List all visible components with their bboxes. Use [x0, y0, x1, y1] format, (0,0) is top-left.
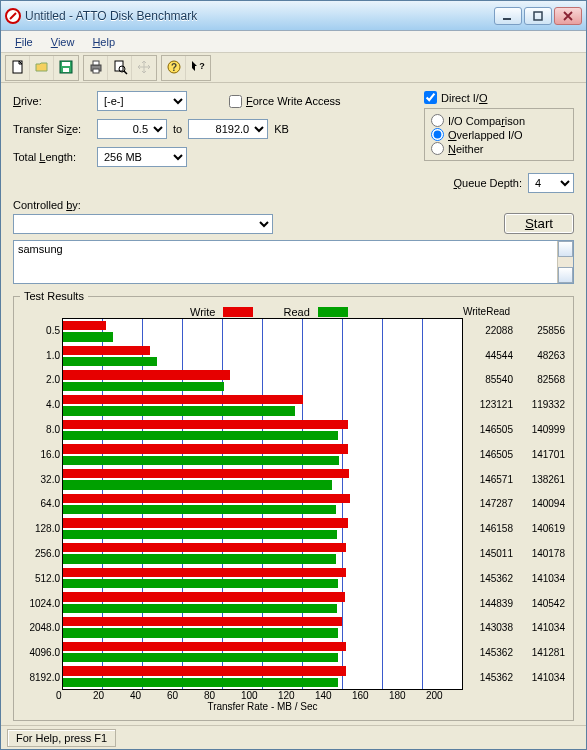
y-axis-labels: 0.51.02.04.08.016.032.064.0128.0256.0512…	[20, 318, 62, 690]
chart-plot	[62, 318, 463, 690]
toolbar: ? ?	[1, 53, 586, 83]
titlebar[interactable]: Untitled - ATTO Disk Benchmark	[1, 1, 586, 31]
radio-neither[interactable]: Neither	[431, 142, 567, 155]
value-row: 2208825856	[463, 318, 567, 343]
write-bar	[63, 444, 348, 453]
read-bar	[63, 456, 339, 465]
window-title: Untitled - ATTO Disk Benchmark	[25, 9, 494, 23]
write-bar	[63, 666, 346, 675]
value-row: 145362141034	[463, 566, 567, 591]
total-length-label: Total Length:	[13, 151, 91, 163]
minimize-button[interactable]	[494, 7, 522, 25]
value-row: 144839140542	[463, 591, 567, 616]
drive-select[interactable]: [-e-]	[97, 91, 187, 111]
value-row: 146505140999	[463, 417, 567, 442]
read-bar	[63, 554, 336, 563]
notes-field[interactable]: samsung	[13, 240, 574, 284]
force-write-checkbox[interactable]: Force Write Access	[229, 95, 341, 108]
drive-label: Drive:	[13, 95, 91, 107]
app-window: Untitled - ATTO Disk Benchmark File View…	[0, 0, 587, 750]
svg-rect-5	[62, 62, 70, 66]
value-row: 146505141701	[463, 442, 567, 467]
direct-io-checkbox[interactable]: Direct I/O	[424, 91, 574, 104]
value-row: 8554082568	[463, 368, 567, 393]
test-results-group: Test Results Write Read Write Read 0.51.…	[13, 290, 574, 721]
value-row: 123121119332	[463, 392, 567, 417]
print-icon	[88, 59, 104, 77]
total-length-select[interactable]: 256 MB	[97, 147, 187, 167]
context-help-button[interactable]: ?	[186, 56, 210, 80]
new-button[interactable]	[6, 56, 30, 80]
start-button[interactable]: Start	[504, 213, 574, 234]
write-bar	[63, 346, 150, 355]
queue-depth-select[interactable]: 4	[528, 173, 574, 193]
write-bar	[63, 568, 346, 577]
scroll-up-icon[interactable]	[558, 241, 573, 257]
menu-file[interactable]: File	[7, 34, 41, 50]
read-bar	[63, 406, 295, 415]
move-button	[132, 56, 156, 80]
preview-button[interactable]	[108, 56, 132, 80]
save-button[interactable]	[54, 56, 78, 80]
status-bar: For Help, press F1	[1, 725, 586, 749]
value-row: 145362141034	[463, 665, 567, 690]
read-swatch-icon	[318, 307, 348, 317]
svg-rect-9	[93, 69, 99, 73]
write-bar	[63, 494, 350, 503]
value-row: 147287140094	[463, 492, 567, 517]
read-bar	[63, 431, 338, 440]
controlled-by-select[interactable]	[13, 214, 273, 234]
context-help-icon: ?	[190, 59, 206, 77]
help-button[interactable]: ?	[162, 56, 186, 80]
write-bar	[63, 642, 346, 651]
read-bar	[63, 480, 332, 489]
read-bar	[63, 530, 337, 539]
app-icon	[5, 8, 21, 24]
status-text: For Help, press F1	[7, 729, 116, 747]
to-label: to	[173, 123, 182, 135]
read-bar	[63, 579, 338, 588]
menu-help[interactable]: Help	[84, 34, 123, 50]
mode-group: I/O Comparison Overlapped I/O Neither	[424, 108, 574, 161]
write-swatch-icon	[223, 307, 253, 317]
value-row: 4454448263	[463, 343, 567, 368]
preview-icon	[112, 59, 128, 77]
save-icon	[58, 59, 74, 77]
close-button[interactable]	[554, 7, 582, 25]
maximize-button[interactable]	[524, 7, 552, 25]
read-bar	[63, 505, 336, 514]
svg-rect-8	[93, 61, 99, 65]
print-button[interactable]	[84, 56, 108, 80]
legend-write-label: Write	[190, 306, 215, 318]
write-bar	[63, 469, 349, 478]
notes-text: samsung	[14, 241, 573, 257]
x-axis: 020406080100120140160180200 Transfer Rat…	[62, 690, 463, 718]
size-to-select[interactable]: 8192.0	[188, 119, 268, 139]
write-bar	[63, 543, 346, 552]
scrollbar[interactable]	[557, 241, 573, 283]
read-bar	[63, 678, 338, 687]
radio-io-comparison[interactable]: I/O Comparison	[431, 114, 567, 127]
value-row: 146571138261	[463, 467, 567, 492]
value-row: 145011140178	[463, 541, 567, 566]
write-bar	[63, 518, 348, 527]
new-icon	[10, 59, 26, 77]
write-bar	[63, 592, 345, 601]
scroll-down-icon[interactable]	[558, 267, 573, 283]
move-icon	[136, 59, 152, 77]
menu-bar: File View Help	[1, 31, 586, 53]
svg-rect-1	[503, 18, 511, 20]
size-from-select[interactable]: 0.5	[97, 119, 167, 139]
open-button[interactable]	[30, 56, 54, 80]
write-col-header: Write	[463, 306, 486, 318]
radio-overlapped[interactable]: Overlapped I/O	[431, 128, 567, 141]
transfer-size-label: Transfer Size:	[13, 123, 91, 135]
write-bar	[63, 617, 342, 626]
value-table: 2208825856445444826385540825681231211193…	[463, 318, 567, 690]
svg-text:?: ?	[170, 62, 176, 73]
queue-depth-label: Queue Depth:	[454, 177, 523, 189]
menu-view[interactable]: View	[43, 34, 83, 50]
read-bar	[63, 604, 337, 613]
controlled-by-label: Controlled by:	[13, 199, 81, 211]
svg-rect-6	[63, 68, 69, 72]
